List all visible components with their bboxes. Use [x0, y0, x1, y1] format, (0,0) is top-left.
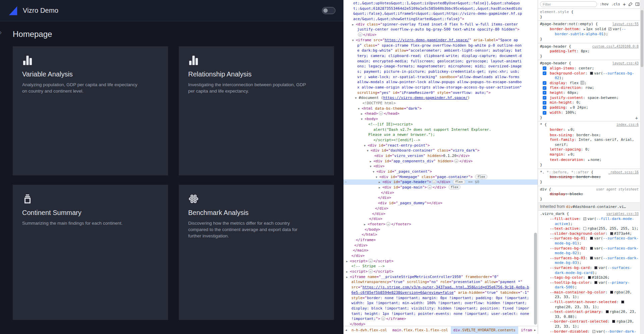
color-swatch[interactable]	[610, 291, 613, 294]
breadcrumb-item[interactable]: main.flex.flex-1.flex-col	[390, 326, 451, 334]
dom-line[interactable]: alert("Dash v2.7+ does not support Inter…	[343, 127, 538, 132]
css-declaration[interactable]: font-family: Inter, sans-serif, Arial, s…	[540, 137, 639, 147]
dom-line[interactable]: ▶<footer>…</footer>	[343, 222, 538, 227]
expanded-arrow-icon[interactable]: ▼	[373, 169, 374, 175]
dom-line[interactable]: </main>	[343, 248, 538, 253]
css-declaration[interactable]: ✓display: flex;	[540, 81, 639, 86]
dom-line[interactable]: <!DOCTYPE html>	[343, 101, 538, 106]
rule-selector[interactable]: #page-header {	[540, 61, 571, 65]
declaration-checkbox[interactable]: ✓	[543, 71, 546, 75]
toggle-class-button[interactable]: .cls	[611, 2, 621, 6]
theme-toggle[interactable]	[322, 7, 335, 14]
new-style-rule-button[interactable]: +	[623, 3, 626, 6]
dom-line[interactable]: ▼<div id="_pages_content">	[343, 169, 538, 174]
declaration-checkbox[interactable]: ✓	[543, 111, 546, 115]
css-declaration[interactable]: --text-active: rgba(255, 255, 255, 1);	[540, 226, 639, 231]
color-swatch[interactable]	[594, 281, 597, 284]
dom-line[interactable]: ▶<div class="spinner-overlay fixed inset…	[343, 22, 538, 27]
dom-line[interactable]: t;:&quot;6182873553464d2e5109a1e5c585b60…	[343, 6, 538, 11]
expanded-arrow-icon[interactable]: ▼	[364, 143, 366, 149]
rule-selector[interactable]: {	[569, 10, 573, 14]
flex-badge[interactable]: flex	[448, 185, 461, 189]
dom-line[interactable]: x allow-same-origin allow-scripts allow-…	[343, 85, 538, 90]
stylesheet-link[interactable]: layout.css:43	[612, 61, 639, 66]
css-declaration[interactable]: --text-contrast-primary: rgba(20, 23, 33…	[540, 310, 639, 319]
chevron-right-icon[interactable]: ›	[0, 29, 2, 36]
css-declaration[interactable]: padding-left: 8px;	[540, 49, 639, 54]
css-declaration[interactable]: --surfaces-bg-01: var(--surfaces-dark-mo…	[540, 236, 639, 246]
css-declaration[interactable]: ✓flex-direction: row;	[540, 86, 639, 91]
add-declaration-icon[interactable]: +	[635, 116, 638, 121]
declaration-checkbox[interactable]: ✓	[543, 66, 546, 70]
stylesheet-link[interactable]: index.css:6	[616, 122, 639, 127]
ellipsis-expand-icon[interactable]: …	[368, 269, 373, 273]
css-declaration[interactable]: margin: ▶0;	[540, 152, 639, 158]
breadcrumb-item[interactable]: n-h-dvh.flex-col	[349, 326, 390, 334]
ellipsis-expand-icon[interactable]: …	[358, 33, 362, 37]
dom-line[interactable]: </html>	[343, 232, 538, 237]
expand-shorthand-icon[interactable]: ▶	[571, 106, 572, 109]
css-declaration[interactable]: --tags-bg-color: #181b26;	[540, 275, 639, 280]
css-declaration[interactable]: ✓padding: ▶0 24px;	[540, 105, 639, 111]
dom-line[interactable]: s; payment; picture-in-picture; publicke…	[343, 69, 538, 74]
dom-line[interactable]: !important;">…</iframe>	[343, 316, 538, 322]
color-swatch[interactable]	[594, 266, 597, 269]
dom-line[interactable]: ace/&quot;,&quot;showGettingStarted&quot…	[343, 16, 538, 22]
expanded-arrow-icon[interactable]: ▼	[367, 148, 369, 154]
source-link[interactable]: https://js.stripe.com/v3/m-outer-3437aad…	[363, 285, 529, 289]
stylesheet-link[interactable]: layout.css:55	[612, 22, 639, 27]
declaration-checkbox[interactable]: ✓	[543, 91, 546, 95]
collapsed-arrow-icon[interactable]: ▶	[364, 222, 366, 227]
css-declaration[interactable]: display: block;	[540, 192, 639, 197]
dom-line[interactable]: allowtransparency="true" scrolling="no" …	[343, 279, 538, 285]
dom-line[interactable]: ons; legacy-image-formats; magnetometer;…	[343, 64, 538, 69]
dom-line[interactable]: width: 1px !important; min-width: 100% !…	[343, 300, 538, 306]
color-swatch[interactable]	[592, 330, 595, 333]
dom-line[interactable]: tery; camera; clipboard-read; clipboard-…	[343, 53, 538, 59]
dom-line[interactable]: </div>	[343, 190, 538, 196]
css-declaration[interactable]: border-bottom: ▶1px solid var(--border-s…	[540, 27, 639, 37]
ellipsis-expand-icon[interactable]: …	[368, 259, 373, 263]
dom-line[interactable]: style="border: none !important; margin: …	[343, 295, 538, 301]
color-swatch[interactable]	[590, 247, 593, 250]
brush-icon[interactable]	[628, 2, 633, 6]
color-swatch[interactable]	[610, 232, 613, 235]
flex-badge[interactable]: flex	[475, 174, 487, 179]
stylesheet-link[interactable]: _reboot.scss:16	[608, 170, 639, 175]
dom-line[interactable]: display: block !important; visibility: h…	[343, 306, 538, 311]
color-swatch[interactable]	[590, 257, 593, 260]
ellipsis-expand-icon[interactable]: …	[381, 317, 385, 321]
rule-selector[interactable]: element.style	[540, 10, 569, 14]
dom-line[interactable]: </div>	[343, 206, 538, 211]
css-declaration[interactable]: --fill-active: var(--fill-dark-mode-acti…	[540, 217, 639, 226]
crumb-left-arrow-icon[interactable]: ◀	[343, 326, 349, 334]
elements-scrollbar[interactable]	[534, 233, 537, 325]
dom-line[interactable]: …</div>	[343, 32, 538, 38]
collapsed-arrow-icon[interactable]: ▶	[361, 111, 363, 117]
toggle-hover-state-button[interactable]: :hov	[600, 2, 609, 6]
dom-line[interactable]: omain; encrypted-media; fullscreen; geol…	[343, 59, 538, 64]
color-swatch[interactable]	[583, 227, 586, 230]
color-swatch[interactable]	[606, 310, 609, 313]
dom-line[interactable]: 6e5-c6f85ef5b8594e8238&version=6&preview…	[343, 290, 538, 295]
css-declaration[interactable]: ✓justify-content: space-between;	[540, 96, 639, 101]
nav-card[interactable]: Relationship AnalysisInvestigating the i…	[179, 46, 334, 175]
expanded-arrow-icon[interactable]: ▼	[355, 96, 357, 101]
dom-line[interactable]: ▶<script>…</script>	[343, 259, 538, 264]
css-declaration[interactable]: --border-contrast-selected: rgba(20, 23,…	[540, 319, 639, 329]
dom-line[interactable]: ▼<div id="dashboard-container" class="vi…	[343, 148, 538, 153]
color-swatch[interactable]	[621, 300, 624, 303]
collapsed-arrow-icon[interactable]: ▶	[346, 259, 348, 264]
dom-line[interactable]: ▶<script>…</script>	[343, 269, 538, 274]
nav-card[interactable]: Benchmark AnalysisDiscovering how the me…	[179, 185, 334, 320]
collapsed-arrow-icon[interactable]: ▶	[370, 159, 372, 164]
dom-line[interactable]: ▶<iframe name="__privateStripeMetricsCon…	[343, 274, 538, 280]
source-link[interactable]: https://vizro-demo-gapminder.hf.space/	[383, 96, 468, 100]
dock-sidebar-icon[interactable]	[635, 2, 640, 6]
expanded-arrow-icon[interactable]: ▼	[361, 117, 363, 122]
rule-selector[interactable]: #page-header {	[540, 44, 571, 49]
row-actions-icon[interactable]: ⋯	[344, 179, 347, 185]
color-swatch[interactable]	[590, 72, 593, 75]
css-declaration[interactable]: --surfaces-bg-card: var(--surfaces-dark-…	[540, 266, 639, 275]
dom-line[interactable]: e dark:bg-white" allow="accelerometer; a…	[343, 48, 538, 53]
